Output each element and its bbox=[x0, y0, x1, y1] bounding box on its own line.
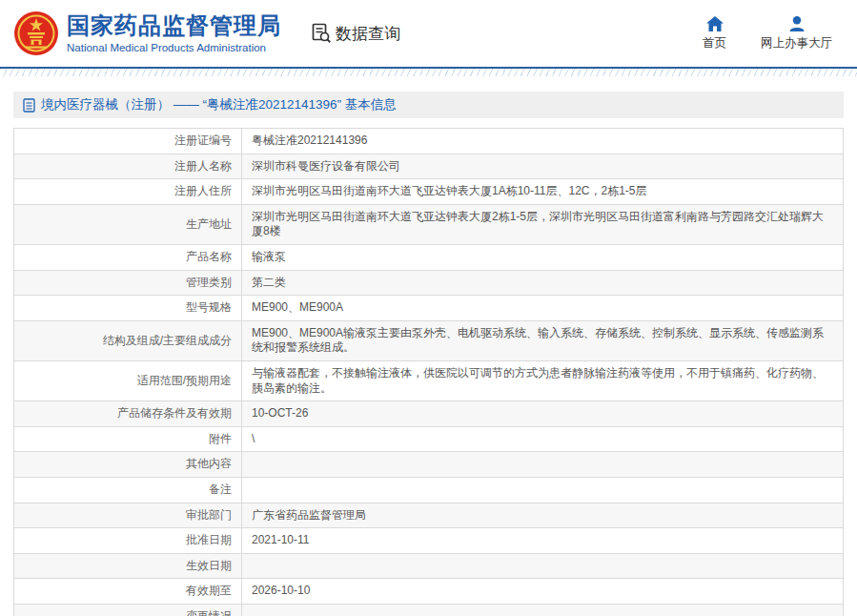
data-query-label: 数据查询 bbox=[336, 23, 400, 45]
field-label: 注册证编号 bbox=[14, 129, 242, 154]
table-row: 结构及组成/主要组成成分ME900、ME900A输液泵主要由泵外壳、电机驱动系统… bbox=[14, 320, 844, 360]
table-row: 变更情况 bbox=[14, 604, 844, 616]
table-row: 生效日期 bbox=[14, 553, 844, 579]
section-title-bar: 境内医疗器械（注册） —— “粤械注准20212141396” 基本信息 bbox=[13, 92, 844, 118]
nav-item-label: 首页 bbox=[703, 35, 726, 51]
field-label: 注册人名称 bbox=[14, 154, 242, 179]
field-label: 其他内容 bbox=[14, 452, 242, 478]
field-value: 深圳市光明区马田街道南环大道飞亚达钟表大厦2栋1-5层，深圳市光明区马田街道富利… bbox=[242, 204, 844, 244]
field-value bbox=[242, 477, 844, 503]
data-query-tab[interactable]: 数据查询 bbox=[310, 22, 400, 45]
field-label: 批准日期 bbox=[14, 528, 242, 554]
field-value: 2021-10-11 bbox=[242, 528, 844, 554]
document-icon bbox=[23, 98, 35, 113]
table-row: 注册人名称深圳市科曼医疗设备有限公司 bbox=[14, 154, 844, 179]
brand: 国家药品监督管理局 National Medical Products Admi… bbox=[67, 13, 281, 52]
field-label: 结构及组成/主要组成成分 bbox=[14, 320, 242, 360]
field-value bbox=[242, 553, 844, 579]
brand-title-cn: 国家药品监督管理局 bbox=[67, 13, 281, 38]
table-row: 其他内容 bbox=[14, 452, 844, 478]
field-label: 备注 bbox=[14, 477, 242, 503]
field-label: 有效期至 bbox=[14, 579, 242, 605]
table-row: 附件\ bbox=[14, 426, 844, 452]
table-row: 产品储存条件及有效期10-OCT-26 bbox=[14, 401, 844, 427]
document-search-icon bbox=[310, 22, 333, 45]
field-value bbox=[242, 604, 844, 616]
field-label: 审批部门 bbox=[14, 503, 242, 528]
field-value: 2026-10-10 bbox=[242, 579, 844, 605]
table-row: 备注 bbox=[14, 477, 844, 503]
field-label: 变更情况 bbox=[14, 604, 242, 616]
table-row: 注册证编号粤械注准20212141396 bbox=[14, 129, 844, 154]
field-value: 粤械注准20212141396 bbox=[242, 129, 844, 154]
table-row: 管理类别第二类 bbox=[14, 270, 844, 296]
table-row: 审批部门广东省药品监督管理局 bbox=[14, 503, 844, 528]
field-value: 与输液器配套，不接触输注液体，供医院以可调节的方式为患者静脉输注药液等使用，不用… bbox=[242, 360, 844, 400]
header-nav: 首页 网上办事大厅 bbox=[703, 16, 832, 51]
nav-item-online-service-hall[interactable]: 网上办事大厅 bbox=[761, 16, 832, 51]
person-icon bbox=[788, 16, 806, 31]
table-row: 有效期至2026-10-10 bbox=[14, 579, 844, 605]
field-value: ME900、ME900A输液泵主要由泵外壳、电机驱动系统、输入系统、存储系统、控… bbox=[242, 320, 844, 360]
table-row: 注册人住所深圳市光明区马田街道南环大道飞亚达钟表大厦1A栋10-11层、12C，… bbox=[14, 179, 844, 205]
nav-item-label: 网上办事大厅 bbox=[761, 35, 832, 51]
registration-info-table: 注册证编号粤械注准20212141396注册人名称深圳市科曼医疗设备有限公司注册… bbox=[13, 128, 844, 616]
field-label: 生效日期 bbox=[14, 553, 242, 579]
field-value: 广东省药品监督管理局 bbox=[242, 503, 844, 528]
field-value: 深圳市科曼医疗设备有限公司 bbox=[242, 154, 844, 179]
table-row: 型号规格ME900、ME900A bbox=[14, 296, 844, 321]
field-label: 附件 bbox=[14, 426, 242, 452]
header: 国家药品监督管理局 National Medical Products Admi… bbox=[0, 0, 857, 67]
table-row: 产品名称输液泵 bbox=[14, 244, 844, 270]
field-label: 适用范围/预期用途 bbox=[14, 360, 242, 400]
table-row: 生产地址深圳市光明区马田街道南环大道飞亚达钟表大厦2栋1-5层，深圳市光明区马田… bbox=[14, 204, 844, 244]
table-row: 批准日期2021-10-11 bbox=[14, 528, 844, 554]
field-label: 注册人住所 bbox=[14, 179, 242, 205]
field-value bbox=[242, 452, 844, 478]
table-row: 适用范围/预期用途与输液器配套，不接触输注液体，供医院以可调节的方式为患者静脉输… bbox=[14, 360, 844, 400]
registration-table-body: 注册证编号粤械注准20212141396注册人名称深圳市科曼医疗设备有限公司注册… bbox=[14, 129, 844, 616]
field-value: 深圳市光明区马田街道南环大道飞亚达钟表大厦1A栋10-11层、12C，2栋1-5… bbox=[242, 179, 844, 205]
field-label: 管理类别 bbox=[14, 270, 242, 296]
national-emblem-logo bbox=[13, 10, 59, 56]
field-value: 第二类 bbox=[242, 270, 844, 296]
page-title: 境内医疗器械（注册） —— “粤械注准20212141396” 基本信息 bbox=[41, 96, 397, 113]
nav-item-home[interactable]: 首页 bbox=[703, 16, 726, 51]
main-content: 境内医疗器械（注册） —— “粤械注准20212141396” 基本信息 注册证… bbox=[0, 76, 857, 616]
field-label: 型号规格 bbox=[14, 296, 242, 321]
field-label: 产品储存条件及有效期 bbox=[14, 401, 242, 427]
field-label: 产品名称 bbox=[14, 244, 242, 270]
field-value: ME900、ME900A bbox=[242, 296, 844, 321]
home-icon bbox=[706, 16, 724, 31]
field-value: 输液泵 bbox=[242, 244, 844, 270]
field-label: 生产地址 bbox=[14, 204, 242, 244]
field-value: \ bbox=[242, 426, 844, 452]
brand-title-en: National Medical Products Administration bbox=[67, 42, 281, 53]
header-stripe-band bbox=[0, 69, 857, 76]
field-value: 10-OCT-26 bbox=[242, 401, 844, 427]
